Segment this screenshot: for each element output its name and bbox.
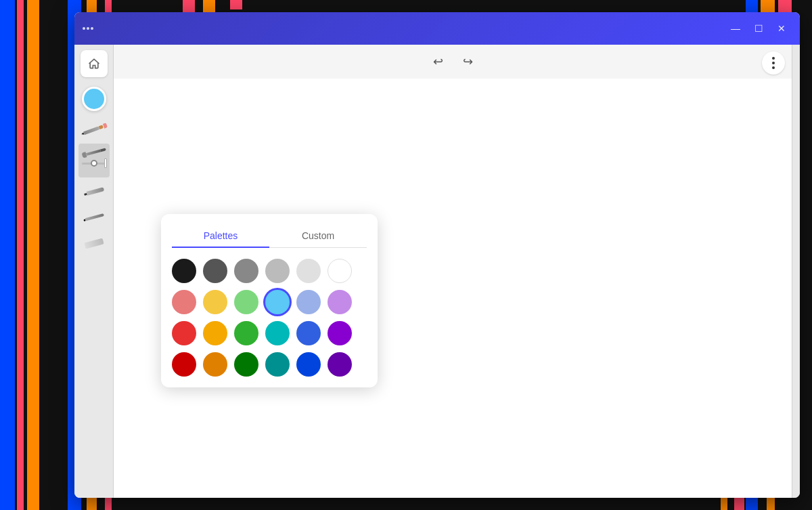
title-bar: — ☐ ✕ (74, 12, 800, 45)
more-options-icon (772, 57, 775, 69)
left-toolbar (74, 45, 114, 498)
swatch-light-purple[interactable] (328, 290, 352, 314)
title-bar-left (83, 27, 93, 30)
swatch-black[interactable] (172, 259, 196, 283)
more-options-button[interactable] (762, 51, 785, 75)
swatch-teal[interactable] (265, 321, 290, 345)
window-controls: — ☐ ✕ (725, 20, 792, 37)
bg-stripe (0, 0, 15, 510)
redo-button[interactable]: ↪ (457, 51, 478, 72)
bg-stripe (27, 0, 39, 510)
swatch-dark-blue[interactable] (296, 352, 321, 377)
color-picker-button[interactable] (82, 87, 106, 111)
drawing-canvas[interactable]: Palettes Custom (114, 79, 792, 498)
tab-palettes[interactable]: Palettes (172, 225, 269, 248)
menu-dot (83, 27, 85, 30)
color-row-dark (172, 352, 367, 377)
swatch-red[interactable] (172, 321, 196, 345)
bg-stripe (203, 0, 215, 14)
swatch-very-light-gray[interactable] (296, 259, 321, 283)
undo-button[interactable]: ↩ (427, 51, 449, 72)
right-sidebar (792, 45, 800, 498)
menu-dot (91, 27, 93, 30)
color-grid (172, 259, 367, 377)
app-window: — ☐ ✕ (74, 12, 800, 498)
palette-tabs: Palettes Custom (172, 225, 367, 248)
canvas-topbar: ↩ ↪ (114, 45, 792, 79)
swatch-light-red[interactable] (172, 290, 196, 314)
swatch-dark-gray[interactable] (203, 259, 227, 283)
swatch-white[interactable] (328, 259, 352, 283)
bg-stripe (230, 0, 242, 9)
color-row-medium (172, 321, 367, 345)
color-row-grayscale (172, 259, 367, 283)
pencil-tool[interactable] (78, 118, 110, 141)
maximize-button[interactable]: ☐ (748, 20, 769, 37)
swatch-green[interactable] (234, 321, 258, 345)
swatch-gray[interactable] (234, 259, 258, 283)
canvas-area: ↩ ↪ Palettes Custom (114, 45, 792, 498)
bg-stripe (17, 0, 24, 510)
bg-stripe (183, 0, 195, 14)
marker-tool[interactable] (78, 180, 110, 203)
swatch-light-cyan[interactable] (265, 290, 290, 314)
app-body: ↩ ↪ Palettes Custom (74, 45, 800, 498)
home-button[interactable] (81, 50, 108, 77)
minimize-button[interactable]: — (725, 20, 746, 37)
menu-dot (87, 27, 89, 30)
eraser-tool[interactable] (78, 232, 110, 255)
swatch-orange[interactable] (203, 321, 227, 345)
brush-size-slider[interactable] (78, 156, 110, 170)
palette-popup: Palettes Custom (161, 214, 378, 387)
swatch-dark-teal[interactable] (265, 352, 290, 377)
swatch-blue[interactable] (296, 321, 321, 345)
swatch-dark-purple[interactable] (328, 352, 352, 377)
pen-tool[interactable] (78, 206, 110, 229)
tab-custom[interactable]: Custom (269, 225, 367, 248)
swatch-light-gray[interactable] (265, 259, 290, 283)
swatch-dark-green[interactable] (234, 352, 258, 377)
brush-tool[interactable] (78, 144, 110, 177)
home-icon (87, 57, 101, 70)
swatch-light-yellow[interactable] (203, 290, 227, 314)
title-bar-menu-dots[interactable] (83, 27, 93, 30)
swatch-purple[interactable] (328, 321, 352, 345)
swatch-dark-red[interactable] (172, 352, 196, 377)
swatch-dark-orange[interactable] (203, 352, 227, 377)
color-row-light (172, 290, 367, 314)
swatch-light-green[interactable] (234, 290, 258, 314)
swatch-light-blue[interactable] (296, 290, 321, 314)
close-button[interactable]: ✕ (771, 20, 792, 37)
